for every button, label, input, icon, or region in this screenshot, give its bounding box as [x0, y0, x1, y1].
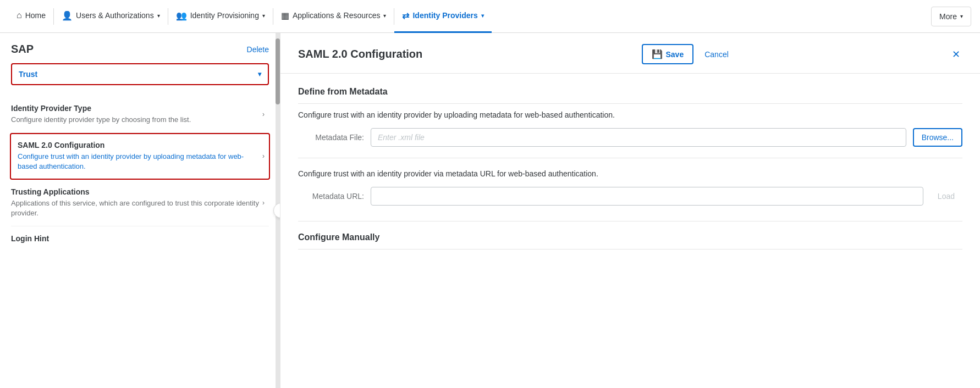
sidebar-item-trusting-apps[interactable]: Trusting Applications Applications of th…	[11, 180, 269, 226]
configure-manually-section: Configure Manually	[298, 232, 962, 250]
nav-more-label: More	[939, 12, 957, 21]
define-from-metadata-title: Define from Metadata	[298, 87, 962, 104]
sidebar-item-login-hint[interactable]: Login Hint	[11, 226, 269, 253]
content-actions: 💾 Save Cancel	[642, 44, 731, 64]
sidebar-item-title-3: Trusting Applications	[11, 187, 269, 196]
provisioning-icon: 👥	[176, 10, 187, 21]
metadata-url-label: Metadata URL:	[298, 192, 364, 201]
content-header: SAML 2.0 Configuration 💾 Save Cancel ✕	[280, 33, 980, 74]
close-button[interactable]: ✕	[950, 46, 962, 63]
identity-providers-icon: ⇄	[402, 10, 409, 21]
content-panel: SAML 2.0 Configuration 💾 Save Cancel ✕ D…	[280, 33, 980, 388]
sidebar-item-title-1: Identity Provider Type	[11, 104, 269, 113]
sidebar-item-title-4: Login Hint	[11, 234, 269, 243]
save-label: Save	[666, 50, 684, 59]
sidebar-scrollbar-thumb	[276, 38, 280, 104]
nav-home-label: Home	[25, 11, 46, 20]
trust-dropdown-label: Trust	[19, 70, 37, 79]
sidebar-title: SAP	[11, 43, 34, 56]
nav-more-chevron-icon: ▾	[960, 13, 963, 19]
home-icon: ⌂	[16, 10, 22, 20]
metadata-url-input[interactable]	[371, 187, 923, 206]
metadata-file-label: Metadata File:	[298, 133, 364, 142]
nav-users-chevron-icon: ▾	[157, 13, 160, 19]
sidebar-item-chevron-3-icon: ›	[262, 199, 265, 207]
section-divider-2	[298, 221, 962, 221]
load-button: Load	[930, 188, 962, 204]
nav-identity-providers-label: Identity Providers	[412, 11, 477, 20]
sidebar-item-title-2: SAML 2.0 Configuration	[18, 141, 262, 149]
trust-dropdown[interactable]: Trust ▾	[11, 63, 269, 85]
content-body: Define from Metadata Configure trust wit…	[280, 74, 980, 278]
save-icon: 💾	[652, 49, 663, 59]
sidebar: SAP Delete Trust ▾ Identity Provider Typ…	[0, 33, 280, 388]
trust-dropdown-chevron-icon: ▾	[258, 70, 261, 78]
users-icon: 👤	[62, 10, 73, 21]
content-title: SAML 2.0 Configuration	[298, 48, 422, 60]
sidebar-item-saml-config[interactable]: SAML 2.0 Configuration Configure trust w…	[10, 133, 270, 179]
define-from-metadata-desc1: Configure trust with an identity provide…	[298, 110, 962, 119]
nav-provisioning-chevron-icon: ▾	[262, 13, 265, 19]
nav-more-button[interactable]: More ▾	[931, 7, 971, 26]
close-icon: ✕	[952, 49, 960, 60]
sidebar-nav-items: Identity Provider Type Configure identit…	[0, 96, 280, 253]
sidebar-header: SAP Delete	[0, 33, 280, 63]
nav-users-authorizations[interactable]: 👤 Users & Authorizations ▾	[54, 0, 168, 33]
nav-provisioning-label: Identity Provisioning	[190, 11, 259, 20]
nav-applications-chevron-icon: ▾	[383, 13, 386, 19]
sidebar-item-desc-1: Configure identity provider type by choo…	[11, 115, 269, 125]
applications-icon: ▦	[281, 10, 289, 21]
sidebar-item-desc-2: Configure trust with an identity provide…	[18, 152, 262, 171]
main-layout: SAP Delete Trust ▾ Identity Provider Typ…	[0, 33, 980, 388]
save-button[interactable]: 💾 Save	[642, 44, 694, 64]
cancel-button[interactable]: Cancel	[702, 46, 731, 63]
sidebar-item-identity-provider-type[interactable]: Identity Provider Type Configure identit…	[11, 96, 269, 133]
define-from-metadata-section: Define from Metadata Configure trust wit…	[298, 87, 962, 206]
sidebar-item-chevron-2-icon: ›	[262, 152, 265, 160]
metadata-file-row: Metadata File: Browse...	[298, 128, 962, 147]
nav-identity-providers[interactable]: ⇄ Identity Providers ▾	[394, 0, 491, 33]
sidebar-item-chevron-1-icon: ›	[262, 110, 265, 118]
nav-identity-providers-chevron-icon: ▾	[481, 13, 484, 19]
define-from-metadata-desc2: Configure trust with an identity provide…	[298, 169, 962, 178]
top-navigation: ⌂ Home 👤 Users & Authorizations ▾ 👥 Iden…	[0, 0, 980, 33]
nav-applications-label: Applications & Resources	[293, 11, 381, 20]
nav-identity-provisioning[interactable]: 👥 Identity Provisioning ▾	[168, 0, 273, 33]
nav-users-label: Users & Authorizations	[76, 11, 154, 20]
browse-button[interactable]: Browse...	[913, 128, 962, 147]
sidebar-item-desc-3: Applications of this service, which are …	[11, 198, 269, 218]
configure-manually-title: Configure Manually	[298, 232, 962, 250]
section-divider-1	[298, 158, 962, 158]
metadata-url-row: Metadata URL: Load	[298, 187, 962, 206]
nav-applications-resources[interactable]: ▦ Applications & Resources ▾	[273, 0, 394, 33]
nav-home[interactable]: ⌂ Home	[9, 0, 53, 33]
metadata-file-input[interactable]	[371, 128, 906, 147]
sidebar-delete-button[interactable]: Delete	[247, 45, 269, 54]
